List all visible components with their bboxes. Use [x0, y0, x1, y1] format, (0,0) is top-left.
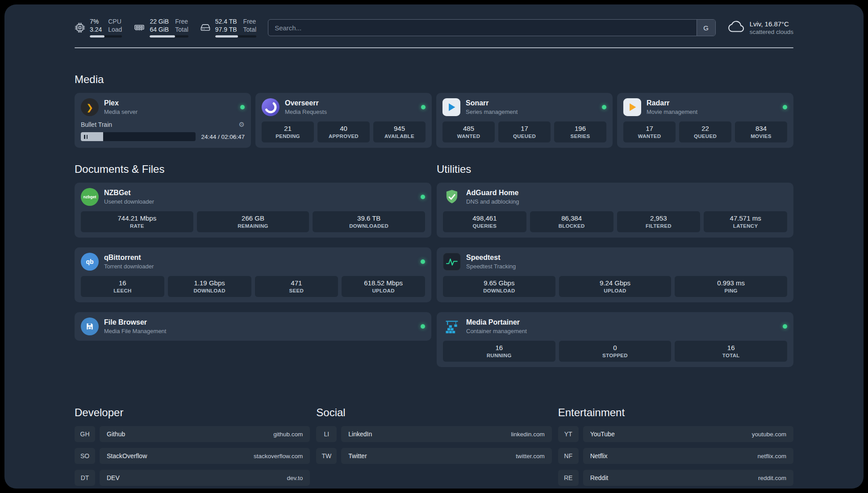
bookmark-link-reddit[interactable]: RE Reddit reddit.com — [558, 470, 793, 486]
stat-tile: 0.993 ms PING — [675, 276, 787, 297]
overseerr-icon — [262, 98, 280, 116]
stat-tile: 744.21 Mbps RATE — [81, 211, 193, 232]
stat-label: QUEUED — [681, 134, 730, 139]
stat-tile: 16 LEECH — [81, 276, 164, 297]
stat-value: 485 — [444, 125, 493, 132]
card-title: Overseerr — [285, 99, 327, 107]
radarr-card[interactable]: Radarr Movie management 17 WANTED 22 QUE… — [617, 93, 793, 148]
stat-label: DOWNLOADED — [314, 223, 423, 229]
bookmark-link-github[interactable]: GH Github github.com — [75, 426, 310, 442]
bookmark-url: youtube.com — [752, 431, 786, 438]
hard-drive-icon — [200, 22, 211, 33]
stat-tile: 618.52 Mbps UPLOAD — [342, 276, 425, 297]
stat-tile: 16 RUNNING — [443, 341, 555, 362]
status-dot — [602, 105, 606, 109]
stat-label: UPLOAD — [343, 288, 423, 293]
stat-value: 196 — [556, 125, 605, 132]
stat-value: 2,953 — [619, 214, 699, 222]
bookmark-link-dev[interactable]: DT DEV dev.to — [75, 470, 310, 486]
sonarr-card[interactable]: Sonarr Series management 485 WANTED 17 Q… — [436, 93, 613, 148]
disk-total-value: 97.9 TB — [215, 26, 237, 34]
bookmark-name: Netflix — [590, 452, 608, 460]
section-title-documents: Documents & Files — [75, 163, 431, 175]
stat-label: DOWNLOAD — [445, 288, 554, 293]
stat-value: 618.52 Mbps — [343, 279, 423, 287]
stat-label: UPLOAD — [561, 288, 670, 293]
cloud-icon — [727, 21, 744, 35]
stat-label: STOPPED — [561, 353, 670, 358]
playback-time: 24:44 / 02:06:47 — [201, 134, 245, 140]
bookmark-url: linkedin.com — [511, 431, 545, 438]
bookmark-link-stackoverflow[interactable]: SO StackOverflow stackoverflow.com — [75, 448, 310, 464]
search-provider-button[interactable]: G — [697, 20, 715, 36]
stat-tile: 266 GB REMAINING — [197, 211, 309, 232]
status-dot — [421, 195, 425, 199]
bookmark-group-entertainment: Entertainment YT YouTube youtube.com NF … — [558, 406, 793, 489]
utilities-column: Utilities AdGuard Home DNS and adblocki — [437, 163, 793, 377]
nzbget-card[interactable]: nzbget NZBGet Usenet downloader 744.21 M… — [75, 183, 431, 238]
card-subtitle: Usenet downloader — [104, 198, 154, 205]
topbar: 7% 3.24 CPU Load — [75, 18, 793, 38]
pause-icon[interactable] — [84, 135, 88, 139]
search-bar: G — [268, 19, 716, 36]
bookmark-abbr: TW — [316, 448, 337, 464]
bookmark-link-netflix[interactable]: NF Netflix netflix.com — [558, 448, 793, 464]
stat-tile: 2,953 FILTERED — [617, 211, 701, 232]
dashboard-frame: 7% 3.24 CPU Load — [4, 4, 864, 489]
portainer-card[interactable]: Media Portainer Container management 16 … — [437, 312, 793, 367]
plex-card[interactable]: ❯ Plex Media server Bullet Train ⚙ — [75, 93, 251, 148]
card-title: qBittorrent — [104, 254, 154, 262]
cpu-load-value: 3.24 — [90, 26, 102, 34]
bookmark-link-linkedin[interactable]: LI LinkedIn linkedin.com — [316, 426, 551, 442]
bookmark-name: Twitter — [348, 452, 367, 460]
gear-icon[interactable]: ⚙ — [239, 121, 245, 129]
stat-label: TOTAL — [676, 353, 785, 358]
bookmark-link-youtube[interactable]: YT YouTube youtube.com — [558, 426, 793, 442]
qbittorrent-icon-text: qb — [86, 258, 93, 265]
stat-label: FILTERED — [619, 223, 699, 229]
card-title: Speedtest — [466, 254, 516, 262]
cpu-icon — [75, 22, 85, 33]
qbittorrent-card[interactable]: qb qBittorrent Torrent downloader 16 LEE… — [75, 247, 431, 302]
search-input[interactable] — [268, 20, 697, 36]
bookmark-link-twitter[interactable]: TW Twitter twitter.com — [316, 448, 551, 464]
stat-tile: 471 SEED — [255, 276, 338, 297]
stat-value: 21 — [263, 125, 312, 132]
speedtest-card[interactable]: Speedtest Speedtest Tracking 9.65 Gbps D… — [437, 247, 793, 302]
disk-free-label: Free — [243, 18, 257, 26]
stat-tile: 86,384 BLOCKED — [530, 211, 613, 232]
disk-free-value: 52.4 TB — [215, 18, 237, 26]
stat-value: 1.19 Gbps — [170, 279, 250, 287]
stat-label: AVAILABLE — [375, 134, 424, 139]
bookmark-name: DEV — [107, 474, 120, 481]
adguard-card[interactable]: AdGuard Home DNS and adblocking 498,461 … — [437, 183, 793, 238]
stat-value: 266 GB — [199, 214, 308, 222]
card-subtitle: Media Requests — [285, 109, 327, 115]
documents-column: Documents & Files nzbget NZBGet Usenet d… — [75, 163, 431, 377]
stat-label: QUEUED — [500, 134, 549, 139]
nzbget-icon-text: nzbget — [83, 195, 96, 199]
card-subtitle: Container management — [466, 328, 527, 334]
section-title-social: Social — [316, 406, 551, 419]
stat-label: RUNNING — [445, 353, 554, 358]
speedtest-icon — [443, 253, 461, 271]
status-dot — [783, 105, 787, 109]
now-playing-title: Bullet Train — [81, 121, 112, 128]
disk-total-label: Total — [243, 26, 257, 34]
stat-tile: 0 STOPPED — [559, 341, 672, 362]
card-title: Media Portainer — [466, 318, 527, 326]
weather-location: Lviv, 16.87°C — [750, 20, 793, 28]
stat-tile: 21 PENDING — [262, 121, 314, 142]
memory-usage-bar — [150, 35, 188, 38]
stat-label: LATENCY — [705, 223, 785, 229]
card-subtitle: Series management — [466, 109, 517, 115]
card-subtitle: Media server — [104, 109, 138, 115]
stat-tile: 945 AVAILABLE — [373, 121, 426, 142]
bookmark-group-developer: Developer GH Github github.com SO StackO… — [75, 406, 310, 489]
overseerr-card[interactable]: Overseerr Media Requests 21 PENDING 40 A… — [255, 93, 432, 148]
stat-value: 39.6 TB — [314, 214, 423, 222]
section-title-entertainment: Entertainment — [558, 406, 793, 419]
filebrowser-card[interactable]: File Browser Media File Management — [75, 312, 431, 341]
stat-tile: 39.6 TB DOWNLOADED — [313, 211, 425, 232]
bookmark-abbr: RE — [558, 470, 579, 486]
